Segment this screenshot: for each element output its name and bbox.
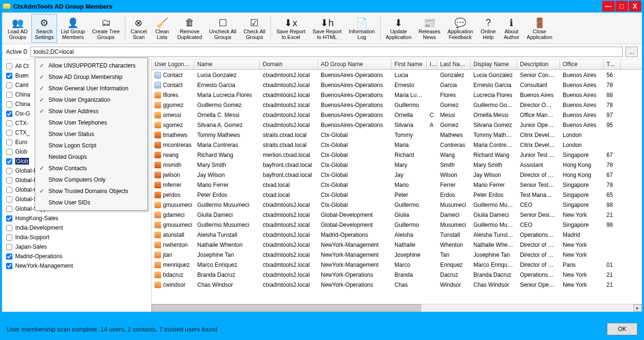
group-checkbox[interactable] [6,177,12,184]
information-log-button[interactable]: 📄Information Log [346,14,378,43]
table-row[interactable]: lfloresMaria Lucrecia Floresctxadmtools2… [152,90,642,100]
table-row[interactable]: sgomezSilvana A. Gomezctxadmtools2.local… [152,120,642,130]
save-report-html-button[interactable]: ⬇hSave Report to HTML [309,14,345,43]
column-header[interactable]: AD Group Name [318,59,392,69]
table-row[interactable]: bdacruzBranda Dacruzctxadmtools2.localNe… [152,270,642,280]
group-checkbox[interactable] [6,234,12,241]
group-checkbox[interactable] [6,111,12,117]
table-row[interactable]: ContactErnesto Garciactxadmtools2.localB… [152,80,642,90]
menu-item[interactable]: ✓Show User Organization [35,94,147,106]
load-ad-groups-button[interactable]: 👥Load AD Groups [4,14,31,43]
group-checkbox[interactable] [6,263,12,269]
group-item[interactable]: HongKong-Sales [5,214,148,223]
about-author-button[interactable]: ℹAbout Author [500,14,523,43]
maximize-button[interactable]: □ [615,1,628,11]
group-item[interactable]: India-Development [5,223,148,233]
table-row[interactable]: msmithMary Smithbayfront.ctxad.localCtx-… [152,160,642,170]
close-button[interactable]: X [629,1,641,11]
check-all-groups-button[interactable]: ☑Check All Groups [240,14,269,43]
group-checkbox[interactable] [6,101,12,107]
table-row[interactable]: gdameciGiulia Damecictxadmtools2.localGl… [152,210,642,220]
group-item[interactable]: NewYork-Management [5,261,148,271]
group-checkbox[interactable] [6,120,12,126]
table-row[interactable]: rwangRichard Wangmerlion.ctxad.localCtx-… [152,150,642,160]
directory-path-input[interactable] [30,47,623,57]
table-row[interactable]: mferrerMario Ferrerctxad.localCtx-Global… [152,180,642,190]
close-application-button[interactable]: 🚪Close Application [523,14,556,43]
uncheck-all-groups-button[interactable]: ☐Uncheck All Groups [206,14,240,43]
column-header[interactable]: Display Name [471,59,517,69]
save-report-excel-button[interactable]: ⬇xSave Report to Excel [273,14,308,43]
table-row[interactable]: atunstallAleisha Tunstallctxadmtools2.lo… [152,230,642,240]
table-row[interactable]: ggomezGuillermo Gomezctxadmtools2.localB… [152,100,642,110]
column-header[interactable]: First Name [392,59,427,69]
group-checkbox[interactable] [6,253,12,260]
group-checkbox[interactable] [6,130,12,136]
horizontal-scrollbar[interactable]: ◄ ► [152,304,642,312]
menu-item[interactable]: Nested Groups [35,151,147,163]
group-checkbox[interactable] [6,168,12,174]
menu-item[interactable]: Show User SIDs [35,197,147,208]
group-checkbox[interactable] [6,196,12,203]
cancel-scan-button[interactable]: ⊗Cancel Scan [127,14,150,43]
menu-item[interactable]: ✓Show Contacts [35,163,147,174]
table-row[interactable]: gmusumeciGuillermo Musumecictxadmtools2.… [152,220,642,230]
search-settings-button[interactable]: ⚙Search Settings [31,14,57,43]
menu-item[interactable]: ✓Show User Address [35,106,147,117]
group-item[interactable]: Japan-Sales [5,242,148,252]
table-row[interactable]: jwilsonJay Wilsonbayfront.ctxad.localCtx… [152,170,642,180]
menu-item[interactable]: Show User Status [35,128,147,140]
table-row[interactable]: gmusumeciGuillermo Musumecictxadmtools2.… [152,200,642,210]
group-checkbox[interactable] [6,149,12,155]
table-row[interactable]: perdosPeter Erdosctxad.localCtx-GlobalPe… [152,190,642,200]
group-checkbox[interactable] [6,92,12,98]
group-checkbox[interactable] [6,206,12,212]
create-tree-groups-button[interactable]: 🗂Create Tree Groups [89,14,123,43]
table-row[interactable]: cwindsorChas Windsorctxadmtools2.localNe… [152,280,642,290]
list-group-members-button[interactable]: 👤List Group Members [58,14,88,43]
group-item[interactable]: Madrid-Operations [5,252,148,261]
minimize-button[interactable]: — [602,1,615,11]
column-header[interactable]: Description [517,59,560,69]
column-header[interactable]: Te… [604,59,621,69]
table-row[interactable]: ContactLucia Gonzalezctxadmtools2.localB… [152,70,642,80]
online-help-button[interactable]: ?Online Help [477,14,500,43]
table-row[interactable]: omessiOrnella C. Messictxadmtools2.local… [152,110,642,120]
table-row[interactable]: menriquezMarco Enriquezctxadmtools2.loca… [152,260,642,270]
menu-item[interactable]: ✓Show AD Group Membership [35,71,147,83]
table-row[interactable]: tmathewsTommy Mathewsstraits.ctxad.local… [152,130,642,140]
group-checkbox[interactable] [6,225,12,231]
column-header[interactable]: Name [194,59,260,69]
column-header[interactable]: Last Na… [437,59,471,69]
column-header[interactable]: Domain [260,59,318,69]
menu-item[interactable]: Show Computers Only [35,174,147,185]
group-checkbox[interactable] [6,82,12,88]
releases-news-button[interactable]: 📰Releases News [415,14,444,43]
column-header[interactable]: I… [427,59,437,69]
scroll-right-arrow[interactable]: ► [634,304,642,311]
application-feedback-button[interactable]: 💬Application Feedback [444,14,476,43]
ok-button[interactable]: OK [607,323,637,335]
group-checkbox[interactable] [6,158,12,165]
group-checkbox[interactable] [6,139,12,146]
menu-item[interactable]: Show User Telephones [35,117,147,128]
table-row[interactable]: nwhentonNathalie Whentonctxadmtools2.loc… [152,240,642,250]
clean-lists-button[interactable]: 🧹Clean Lists [151,14,173,43]
group-item[interactable]: India-Support [5,233,148,242]
table-row[interactable]: jtanJosephine Tanctxadmtools2.localNewYo… [152,250,642,260]
column-header[interactable]: User Logon… [152,59,194,69]
group-checkbox[interactable] [6,215,12,222]
menu-item[interactable]: Show Logon Script [35,140,147,151]
group-checkbox[interactable] [6,63,12,69]
group-checkbox[interactable] [6,187,12,193]
grid-body[interactable]: ContactLucia Gonzalezctxadmtools2.localB… [152,70,642,304]
browse-button[interactable]: ... [625,47,638,57]
menu-item[interactable]: ✓Allow UNSUPPORTED characters [35,60,147,71]
update-application-button[interactable]: ⬇Update Application [383,14,415,43]
menu-item[interactable]: ✓Show Trusted Domains Objects [35,185,147,197]
scroll-thumb[interactable] [152,304,421,311]
group-checkbox[interactable] [6,244,12,250]
table-row[interactable]: mcontrerasMaria Contrerasstraits.ctxad.l… [152,140,642,150]
column-header[interactable]: Office [560,59,604,69]
group-checkbox[interactable] [6,73,12,79]
